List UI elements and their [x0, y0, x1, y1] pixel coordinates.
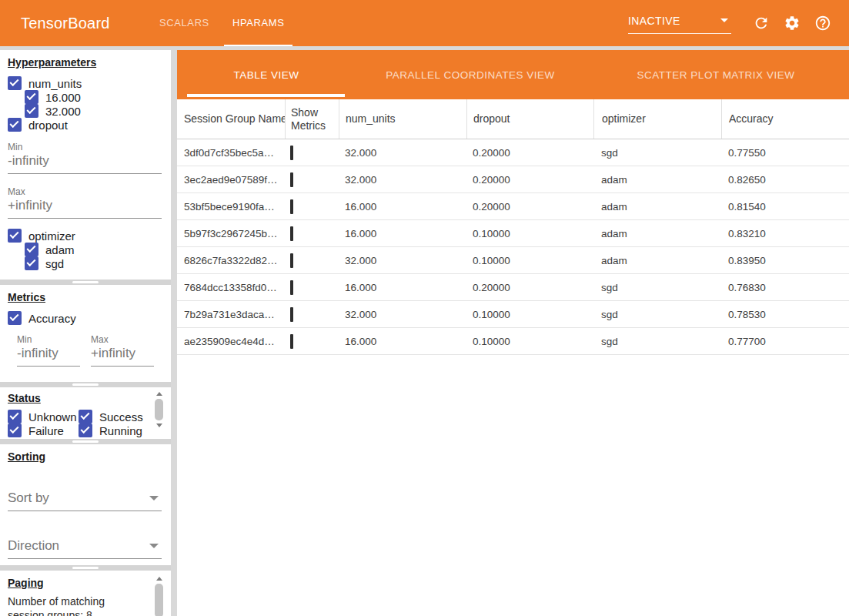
column-header-dropout[interactable]: dropout [466, 99, 593, 139]
table-row: 5b97f3c2967245b… 16.000 0.10000 adam 0.8… [177, 220, 849, 247]
column-header-show-metrics[interactable]: Show Metrics [285, 99, 339, 139]
scrollbar-thumb[interactable] [155, 399, 163, 420]
optimizer-value: adam [593, 255, 721, 266]
dropout-value: 0.10000 [466, 228, 593, 239]
optimizer-label: optimizer [28, 229, 75, 243]
accuracy-label: Accuracy [28, 312, 76, 325]
num-units-value-row: 32.000 [25, 104, 162, 118]
sorting-heading: Sorting [8, 450, 162, 463]
dropout-value: 0.10000 [466, 309, 593, 320]
tab-scatter-plot-matrix-view[interactable]: SCATTER PLOT MATRIX VIEW [637, 69, 795, 81]
num-units-32-label: 32.000 [45, 105, 81, 118]
num-units-value: 32.000 [339, 309, 466, 320]
paging-scrollbar[interactable] [154, 577, 164, 616]
scrollbar-thumb[interactable] [155, 584, 163, 616]
help-icon[interactable] [814, 15, 831, 32]
accuracy-checkbox[interactable] [8, 311, 22, 325]
show-metrics-checkbox[interactable] [290, 226, 293, 241]
column-header-num-units[interactable]: num_units [339, 99, 466, 139]
status-success-label: Success [99, 410, 143, 424]
scroll-up-icon[interactable] [156, 577, 162, 581]
accuracy-min-input[interactable] [17, 345, 80, 367]
optimizer-value-row: sgd [25, 256, 162, 270]
show-metrics-checkbox[interactable] [290, 307, 293, 322]
column-header-optimizer[interactable]: optimizer [593, 99, 721, 139]
optimizer-adam-checkbox[interactable] [25, 243, 38, 256]
dropout-value: 0.20000 [466, 174, 593, 186]
column-header-accuracy[interactable]: Accuracy [721, 99, 849, 139]
hyperparameters-panel: Hyperparameters num_units 16.000 32.000 … [0, 50, 171, 280]
panel-divider [0, 280, 171, 285]
show-metrics-checkbox[interactable] [290, 334, 293, 349]
accuracy-value: 0.83210 [721, 228, 849, 239]
status-failure-checkbox[interactable] [8, 424, 22, 437]
optimizer-sgd-label: sgd [45, 257, 64, 270]
show-metrics-checkbox[interactable] [290, 253, 293, 268]
tab-parallel-coordinates-view[interactable]: PARALLEL COORDINATES VIEW [386, 69, 554, 81]
show-metrics-checkbox[interactable] [290, 146, 293, 160]
column-header-session-group-name[interactable]: Session Group Name. [177, 99, 285, 139]
resize-handle[interactable] [72, 440, 99, 443]
paging-panel: Paging Number of matching session groups… [0, 571, 171, 616]
status-running-checkbox[interactable] [79, 424, 92, 437]
sorting-panel: Sorting Sort by Direction [0, 444, 171, 565]
dropout-max-input[interactable] [8, 197, 162, 219]
active-tab-indicator [187, 94, 345, 97]
optimizer-checkbox[interactable] [8, 229, 22, 243]
panel-divider [0, 382, 171, 387]
show-metrics-checkbox[interactable] [290, 280, 293, 295]
hyperparameters-heading: Hyperparameters [8, 56, 162, 69]
num-units-value: 16.000 [339, 201, 466, 213]
accuracy-max-input[interactable] [91, 345, 154, 367]
resize-handle[interactable] [72, 281, 99, 283]
paging-summary: Number of matching session groups: 8 [8, 594, 140, 616]
num-units-16-checkbox[interactable] [25, 90, 38, 104]
chevron-down-icon [720, 18, 728, 22]
status-scrollbar[interactable] [154, 392, 164, 439]
dropout-value: 0.20000 [466, 201, 593, 213]
app-logo: TensorBoard [21, 0, 110, 46]
resize-handle[interactable] [72, 383, 99, 386]
direction-select[interactable]: Direction [8, 536, 162, 559]
hparam-num-units-row: num_units [8, 76, 162, 90]
status-panel: Status Unknown Failure Success [0, 387, 171, 439]
status-success-checkbox[interactable] [79, 410, 92, 424]
resize-handle[interactable] [72, 567, 99, 569]
table-row: 7684dcc13358fd0… 16.000 0.20000 sgd 0.76… [177, 274, 849, 301]
accuracy-min-label: Min [17, 334, 80, 345]
sort-by-select[interactable]: Sort by [8, 488, 162, 511]
dropout-value: 0.10000 [466, 336, 593, 347]
num-units-32-checkbox[interactable] [25, 104, 38, 118]
tab-scalars[interactable]: SCALARS [148, 0, 221, 46]
scroll-down-icon[interactable] [156, 424, 162, 427]
tab-hparams[interactable]: HPARAMS [221, 0, 296, 46]
dropout-checkbox[interactable] [8, 118, 22, 132]
show-metrics-checkbox[interactable] [290, 172, 293, 187]
show-metrics-checkbox[interactable] [290, 199, 293, 214]
status-success-row: Success [79, 410, 155, 424]
refresh-icon[interactable] [753, 15, 770, 32]
hparam-optimizer-row: optimizer [8, 229, 162, 243]
optimizer-value: adam [593, 174, 721, 186]
accuracy-value: 0.83950 [721, 255, 849, 266]
accuracy-value: 0.76830 [721, 282, 849, 293]
session-group-name: 3df0d7cf35bec5a… [177, 147, 285, 159]
run-status-select[interactable]: INACTIVE [628, 12, 731, 34]
accuracy-value: 0.78530 [721, 309, 849, 320]
status-heading: Status [8, 392, 162, 404]
run-status-value: INACTIVE [628, 12, 731, 29]
status-running-row: Running [79, 424, 155, 437]
session-group-name: 7684dcc13358fd0… [177, 282, 285, 293]
optimizer-sgd-checkbox[interactable] [25, 256, 38, 270]
settings-gear-icon[interactable] [784, 15, 801, 32]
optimizer-value: adam [593, 201, 721, 213]
metrics-heading: Metrics [8, 291, 162, 303]
dropout-min-input[interactable] [8, 152, 162, 174]
status-unknown-checkbox[interactable] [8, 410, 22, 424]
num-units-value: 16.000 [339, 336, 466, 347]
num-units-checkbox[interactable] [8, 76, 22, 90]
table-header: Session Group Name. Show Metrics num_uni… [177, 99, 849, 139]
scroll-up-icon[interactable] [156, 392, 162, 396]
tab-table-view[interactable]: TABLE VIEW [233, 69, 299, 81]
table-row: 3df0d7cf35bec5a… 32.000 0.20000 sgd 0.77… [177, 139, 849, 166]
